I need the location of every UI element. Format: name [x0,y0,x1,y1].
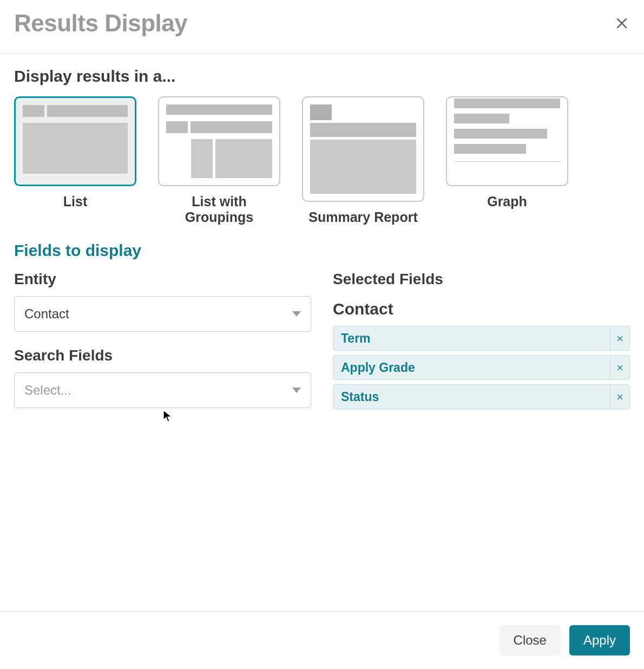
chevron-down-icon [292,388,301,393]
display-option-label: List [63,194,87,209]
modal-body: Display results in a... List List with G… [0,54,644,611]
display-option-label: List with Groupings [158,194,280,225]
selected-field-label: Status [333,385,610,409]
entity-select-value: Contact [24,306,69,322]
entity-select[interactable]: Contact [14,296,311,332]
selected-entity-label: Contact [333,300,630,318]
modal-footer: Close Apply [0,611,644,669]
list-groupings-thumbnail-icon [158,96,280,186]
display-option-list[interactable]: List [14,96,136,225]
selected-field-label: Term [333,326,610,350]
graph-thumbnail-icon [446,96,568,186]
chevron-down-icon [292,311,301,317]
remove-field-button[interactable] [610,326,629,350]
display-option-list-groupings[interactable]: List with Groupings [158,96,280,225]
selected-fields-list: Term Apply Grade Status [333,326,630,409]
display-option-summary-report[interactable]: Summary Report [302,96,424,225]
remove-field-button[interactable] [610,385,629,409]
close-icon [616,393,623,401]
close-button[interactable] [614,15,630,31]
selected-field-label: Apply Grade [333,356,610,379]
modal-title: Results Display [14,10,187,37]
selected-field-chip[interactable]: Term [333,326,630,351]
display-options: List List with Groupings Summary Report [14,96,630,225]
selected-field-chip[interactable]: Status [333,384,630,409]
right-column: Selected Fields Contact Term Apply Grade… [333,271,630,409]
search-fields-label: Search Fields [14,347,311,364]
remove-field-button[interactable] [610,356,629,379]
list-thumbnail-icon [14,96,136,186]
summary-thumbnail-icon [302,96,424,202]
display-option-label: Summary Report [308,209,417,225]
selected-fields-heading: Selected Fields [333,271,630,288]
fields-to-display-heading: Fields to display [14,241,630,260]
search-fields-placeholder: Select... [24,383,71,398]
close-icon [615,16,629,30]
display-option-graph[interactable]: Graph [446,96,568,225]
close-button-footer[interactable]: Close [500,625,561,655]
modal-header: Results Display [0,0,644,54]
search-fields-select[interactable]: Select... [14,372,311,408]
apply-button[interactable]: Apply [569,625,630,655]
close-icon [616,364,623,371]
left-column: Entity Contact Search Fields Select... [14,271,311,409]
display-option-label: Graph [487,194,527,209]
selected-field-chip[interactable]: Apply Grade [333,355,630,380]
entity-label: Entity [14,271,311,288]
close-icon [616,335,623,342]
display-results-label: Display results in a... [14,67,630,86]
